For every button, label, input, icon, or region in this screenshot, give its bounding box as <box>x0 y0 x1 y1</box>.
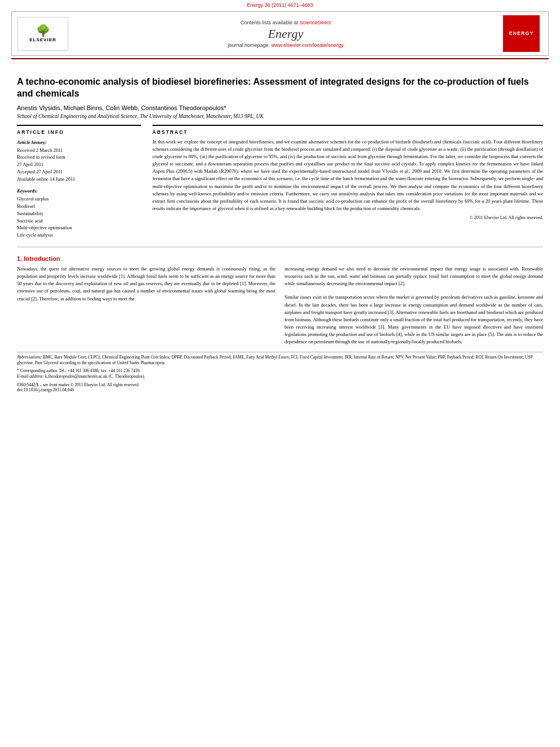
energy-logo-box: ENERGY <box>503 15 540 52</box>
corresponding-author: * Corresponding author. Tel.: +44 161 30… <box>17 368 543 374</box>
accepted-date: Accepted 27 April 2011 <box>17 168 141 176</box>
article-meta-row: ARTICLE INFO Article history: Received 2… <box>17 125 543 239</box>
email-text: k.theodoropoulos@manchester.ac.uk (C. Th… <box>45 374 145 379</box>
energy-logo: ENERGY <box>503 15 542 52</box>
article-info-box: ARTICLE INFO Article history: Received 2… <box>17 125 141 239</box>
abstract-copyright: © 2011 Elsevier Ltd. All rights reserved… <box>152 215 543 221</box>
elsevier-tree-icon: 🌳 <box>36 25 50 36</box>
header-divider <box>11 58 549 59</box>
affiliation: School of Chemical Engineering and Analy… <box>17 113 543 119</box>
journal-header: 🌳 ELSEVIER Contents lists available at S… <box>11 11 549 56</box>
issn-line: 0360-5442/$ – see front matter © 2011 El… <box>17 382 543 387</box>
revised-date: 27 April 2011 <box>17 161 141 168</box>
bottom-copyright: 0360-5442/$ – see front matter © 2011 El… <box>17 382 543 392</box>
received-date: Received 2 March 2011 <box>17 147 141 154</box>
introduction-body: Nowadays, the quest for alternative ener… <box>17 265 543 346</box>
footnote-area: Abbreviations: BMC, Bare Module Cost; CE… <box>17 352 543 380</box>
section-divider <box>17 247 543 247</box>
sciencedirect-link[interactable]: ScienceDirect <box>300 20 331 25</box>
abbreviations-label: Abbreviations: <box>17 355 42 360</box>
keyword-4: Succinic acid <box>17 217 141 225</box>
received-revised-label: Received in revised form <box>17 154 141 161</box>
intro-para-1: Nowadays, the quest for alternative ener… <box>17 265 275 303</box>
journal-center-info: Contents lists available at ScienceDirec… <box>68 20 503 48</box>
email-line: E-mail address: k.theodoropoulos@manches… <box>17 374 543 380</box>
abstract-col: ABSTRACT In this work we explore the con… <box>152 125 543 239</box>
doi-line: doi:10.1016/j.energy.2011.04.046 <box>17 387 543 392</box>
available-date: Available online 14 June 2011 <box>17 176 141 183</box>
keyword-2: Biodiesel <box>17 203 141 210</box>
paper-title: A techno-economic analysis of biodiesel … <box>17 76 543 100</box>
abstract-box: ABSTRACT In this work we explore the con… <box>152 125 543 222</box>
keyword-6: Life cycle analysis <box>17 231 141 239</box>
article-info-col: ARTICLE INFO Article history: Received 2… <box>17 125 141 239</box>
journal-title: Energy <box>68 27 503 41</box>
abstract-heading: ABSTRACT <box>152 129 543 135</box>
email-label: E-mail address: <box>17 374 44 379</box>
elsevier-brand: ELSEVIER <box>29 37 56 42</box>
sciencedirect-label: Contents lists available at ScienceDirec… <box>68 20 503 25</box>
intro-para-3: Similar issues exist in the transportati… <box>285 294 543 346</box>
abstract-text: In this work we explore the concept of i… <box>152 138 543 213</box>
homepage-link[interactable]: www.elsevier.com/locate/energy <box>272 42 344 48</box>
abbreviations-text: BMC, Bare Module Cost; CEPCI, Chemical E… <box>17 355 532 366</box>
intro-para-2: increasing energy demand we also need to… <box>285 265 543 288</box>
keyword-3: Sustainability <box>17 210 141 217</box>
keyword-5: Multi-objective optimisation <box>17 224 141 231</box>
intro-col-left: Nowadays, the quest for alternative ener… <box>17 265 275 346</box>
homepage-line: journal homepage: www.elsevier.com/locat… <box>68 42 503 48</box>
abbreviations: Abbreviations: BMC, Bare Module Cost; CE… <box>17 355 543 366</box>
elsevier-logo: 🌳 ELSEVIER <box>18 17 68 51</box>
keyword-1: Glycerol surplus <box>17 195 141 203</box>
intro-col-right: increasing energy demand we also need to… <box>285 265 543 346</box>
keywords-label: Keywords: <box>17 188 141 194</box>
introduction-heading: 1. Introduction <box>17 255 543 262</box>
history-label: Article history: <box>17 139 141 145</box>
journal-reference: Energy 36 (2011) 4671–4683 <box>0 0 560 9</box>
main-content: A techno-economic analysis of biodiesel … <box>0 63 560 404</box>
article-info-heading: ARTICLE INFO <box>17 129 141 135</box>
authors: Anestis Vlysidis, Michael Binns, Colin W… <box>17 104 543 111</box>
